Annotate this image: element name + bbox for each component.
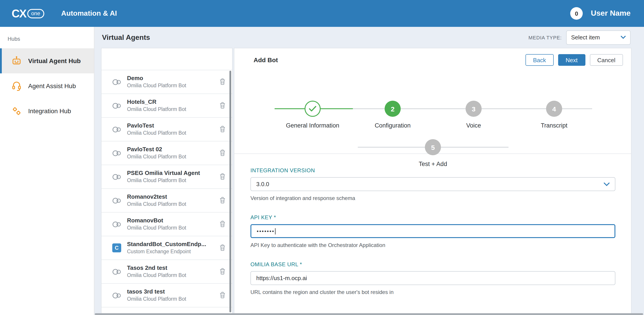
bot-row-demo[interactable]: DemoOmilia Cloud Platform Bot <box>102 70 232 94</box>
integration-version-value: 3.0.0 <box>256 181 269 187</box>
bot-type: Omilia Cloud Platform Bot <box>127 272 186 278</box>
delete-bot-icon[interactable] <box>220 149 226 158</box>
sidebar-item-virtual-agent-hub[interactable]: Virtual Agent Hub <box>0 48 94 73</box>
notification-badge[interactable]: 0 <box>570 7 583 20</box>
omilia-bot-icon <box>111 291 122 299</box>
omilia-bot-icon <box>111 126 122 133</box>
integration-version-select[interactable]: 3.0.0 <box>250 177 616 191</box>
custom-endpoint-icon: C <box>111 243 122 252</box>
bot-name: Demo <box>127 75 186 82</box>
cxone-logo[interactable]: CX one <box>12 7 44 20</box>
bot-type: Omilia Cloud Platform Bot <box>127 225 186 231</box>
add-bot-actions: Back Next Cancel <box>526 54 623 66</box>
omilia-bot-icon <box>111 197 122 204</box>
integration-hub-icon <box>11 105 22 117</box>
page-toolbar: Virtual Agents MEDIA TYPE: Select item <box>94 27 644 48</box>
api-key-help: API Key to authenticate with the Orchest… <box>250 242 616 248</box>
bot-name: Romanov2test <box>127 194 186 200</box>
delete-bot-icon[interactable] <box>220 197 226 205</box>
delete-bot-icon[interactable] <box>220 173 226 182</box>
delete-bot-icon[interactable] <box>220 244 226 253</box>
bot-name: tasos 3rd test <box>127 288 186 295</box>
add-bot-stepper: 2 3 4 General Information Configuration … <box>234 72 631 154</box>
step-configuration[interactable]: 2 <box>384 101 401 117</box>
top-header: CX one Automation & AI 0 User Name <box>0 0 644 27</box>
step-label-transcript: Transcript <box>510 122 599 129</box>
bot-row-tasos-2nd-test[interactable]: Tasos 2nd testOmilia Cloud Platform Bot <box>102 259 232 283</box>
bot-type: Omilia Cloud Platform Bot <box>127 130 186 136</box>
bot-name: PSEG Omilia Virtual Agent <box>127 170 200 177</box>
api-key-input[interactable]: ••••••• <box>250 224 616 238</box>
bot-row-romanovbot[interactable]: RomanovBotOmilia Cloud Platform Bot <box>102 212 232 236</box>
omilia-bot-icon <box>111 220 122 228</box>
user-menu[interactable]: User Name <box>591 9 630 18</box>
sidebar-section-label: Hubs <box>0 27 94 48</box>
bot-type: Omilia Cloud Platform Bot <box>127 201 186 207</box>
omilia-base-url-input[interactable]: https://us1-m.ocp.ai <box>250 271 616 285</box>
page-title: Virtual Agents <box>102 33 150 41</box>
horizontal-scrollbar[interactable] <box>95 313 643 315</box>
step-label-test-add: Test + Add <box>388 161 478 167</box>
bot-row-pseg-omilia[interactable]: PSEG Omilia Virtual AgentOmilia Cloud Pl… <box>102 165 232 188</box>
add-bot-title: Add Bot <box>254 56 278 64</box>
api-key-label: API KEY * <box>250 214 616 221</box>
sidebar-item-integration-hub[interactable]: Integration Hub <box>0 98 94 124</box>
omilia-base-url-value: https://us1-m.ocp.ai <box>256 275 307 281</box>
step-label-general-information: General Information <box>268 122 357 129</box>
bot-name: RomanovBot <box>127 217 186 224</box>
header-right: 0 User Name <box>570 7 630 20</box>
step-label-configuration: Configuration <box>348 122 438 129</box>
check-icon <box>308 106 317 112</box>
step-test-add[interactable]: 5 <box>425 139 441 155</box>
integration-version-field: INTEGRATION VERSION 3.0.0 Version of int… <box>250 167 616 201</box>
bot-type: Custom Exchange Endpoint <box>127 249 206 255</box>
sidebar: Hubs Virtual Agent Hub <box>0 27 94 315</box>
omilia-base-url-label: OMILIA BASE URL * <box>250 261 616 267</box>
step-general-information[interactable] <box>304 101 321 117</box>
omilia-bot-icon <box>111 78 122 86</box>
integration-version-help: Version of integration and response sche… <box>250 195 616 201</box>
bot-list-panel: DemoOmilia Cloud Platform Bot Hotels_CRO… <box>101 48 232 315</box>
bot-type: Omilia Cloud Platform Bot <box>127 296 186 302</box>
media-type-value: Select item <box>571 34 600 41</box>
media-type-select[interactable]: Select item <box>566 30 630 45</box>
bot-row-standardbot-customendpoint[interactable]: C StandardBot_CustomEndp...Custom Exchan… <box>102 236 232 259</box>
delete-bot-icon[interactable] <box>220 292 226 300</box>
sidebar-item-label: Integration Hub <box>28 107 71 115</box>
delete-bot-icon[interactable] <box>220 221 226 229</box>
media-type-label: MEDIA TYPE: <box>528 35 562 40</box>
cancel-button[interactable]: Cancel <box>590 54 623 66</box>
back-button[interactable]: Back <box>526 54 554 66</box>
bot-row-tasos-3rd-test[interactable]: tasos 3rd testOmilia Cloud Platform Bot <box>102 283 232 307</box>
step-voice[interactable]: 3 <box>466 101 482 117</box>
bot-row-hotels-cr[interactable]: Hotels_CROmilia Cloud Platform Bot <box>102 94 232 117</box>
omilia-bot-icon <box>111 102 122 109</box>
delete-bot-icon[interactable] <box>220 102 226 111</box>
delete-bot-icon[interactable] <box>220 78 226 87</box>
text-cursor <box>275 228 276 235</box>
step-label-voice: Voice <box>429 122 518 129</box>
bot-row-pavlotest[interactable]: PavloTestOmilia Cloud Platform Bot <box>102 117 232 141</box>
omilia-bot-icon <box>111 149 122 157</box>
next-button[interactable]: Next <box>558 54 585 66</box>
bot-name: Hotels_CR <box>127 99 186 106</box>
bot-name: PavloTest <box>127 123 186 129</box>
chevron-down-icon <box>621 36 626 39</box>
app-root: CX one Automation & AI 0 User Name Hubs … <box>0 0 644 315</box>
omilia-bot-icon <box>111 268 122 275</box>
bot-row-pavlotest-02[interactable]: PavloTest 02Omilia Cloud Platform Bot <box>102 141 232 165</box>
chevron-down-icon <box>604 182 610 186</box>
step-transcript[interactable]: 4 <box>546 101 562 117</box>
integration-version-label: INTEGRATION VERSION <box>250 167 616 174</box>
bot-row-romanov2test[interactable]: Romanov2testOmilia Cloud Platform Bot <box>102 188 232 212</box>
api-key-value: ••••••• <box>257 228 274 234</box>
bot-list: DemoOmilia Cloud Platform Bot Hotels_CRO… <box>102 70 232 315</box>
sidebar-item-agent-assist-hub[interactable]: Agent Assist Hub <box>0 73 94 98</box>
delete-bot-icon[interactable] <box>220 126 226 134</box>
bot-type: Omilia Cloud Platform Bot <box>127 107 186 112</box>
vertical-scrollbar[interactable] <box>230 71 231 312</box>
bot-name: StandardBot_CustomEndp... <box>127 241 206 248</box>
delete-bot-icon[interactable] <box>220 268 226 276</box>
bot-type: Omilia Cloud Platform Bot <box>127 83 186 89</box>
logo-cloud: one <box>27 9 44 18</box>
